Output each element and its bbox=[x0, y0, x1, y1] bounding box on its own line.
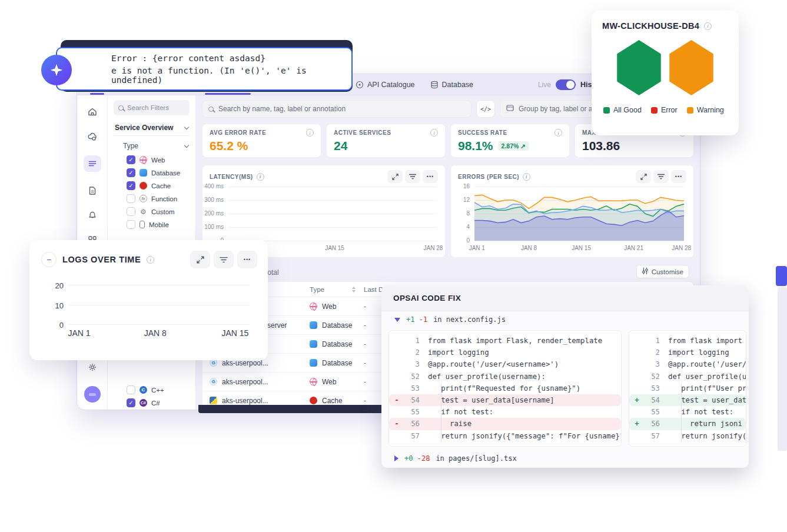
stat-card: SUCCESS RATEi98.1%2.87% ↗ bbox=[450, 124, 570, 158]
expand-icon[interactable] bbox=[190, 251, 210, 268]
live-label: Live bbox=[538, 81, 551, 89]
filters-search-input[interactable]: Search Filters bbox=[114, 100, 190, 115]
database-icon bbox=[310, 359, 317, 367]
sliders-icon bbox=[642, 268, 648, 275]
checkbox[interactable]: ✓ bbox=[127, 181, 135, 190]
filter-item-label: Web bbox=[151, 157, 165, 164]
info-icon[interactable]: i bbox=[523, 173, 530, 181]
info-icon[interactable]: i bbox=[704, 22, 712, 30]
y-axis-label: 0 bbox=[59, 321, 64, 330]
x-axis-label: JAN 28 bbox=[424, 245, 443, 251]
legend-swatch bbox=[687, 107, 693, 114]
group-type[interactable]: Type bbox=[114, 138, 190, 152]
filter-item[interactable]: Mobile bbox=[127, 219, 190, 230]
filter-item-label: Database bbox=[151, 169, 180, 177]
search-input[interactable]: Search by name, tag, label or annotation bbox=[202, 100, 471, 118]
diff-line: 3@app.route('/user/ bbox=[629, 358, 746, 370]
y-axis-label: 8 bbox=[466, 210, 470, 217]
legend-swatch bbox=[603, 107, 610, 114]
more-options-icon[interactable]: ••• bbox=[237, 251, 257, 268]
errors-title: ERRORS (PER SEC) bbox=[458, 174, 519, 180]
settings-gear-icon[interactable] bbox=[87, 361, 98, 373]
expand-icon[interactable] bbox=[387, 170, 403, 183]
checkbox[interactable] bbox=[127, 207, 135, 216]
service-type-cell: Web bbox=[310, 378, 364, 386]
indent-guide bbox=[441, 383, 441, 442]
query-code-button[interactable]: </> bbox=[476, 100, 495, 118]
filter-item[interactable]: ✓C#C# bbox=[127, 397, 190, 408]
filter-item[interactable]: ✓Database bbox=[127, 167, 190, 178]
service-type-cell: Cache bbox=[310, 397, 364, 405]
checkbox[interactable] bbox=[127, 194, 135, 203]
type-filter-list: ✓Web✓Database✓CachefxFunction⚙CustomMobi… bbox=[114, 154, 190, 230]
expand-icon[interactable] bbox=[636, 170, 651, 183]
logs-icon[interactable] bbox=[84, 155, 101, 172]
filter-item[interactable]: CC++ bbox=[127, 384, 190, 395]
hexagon-all-good[interactable] bbox=[614, 40, 665, 95]
info-icon[interactable]: i bbox=[430, 129, 438, 137]
chevron-down-icon bbox=[184, 124, 189, 129]
diff-section-header-collapsed[interactable]: +0 -28 in pages/[slug].tsx bbox=[381, 450, 749, 467]
history-toggle[interactable] bbox=[556, 79, 576, 90]
x-axis-label: JAN 1 bbox=[68, 328, 90, 338]
y-axis-label: 400 ms bbox=[204, 183, 224, 189]
logo-underline bbox=[90, 93, 104, 95]
filter-item[interactable]: ⚙Custom bbox=[127, 206, 190, 217]
group-by-icon bbox=[506, 104, 514, 114]
x-axis-label: JAN 21 bbox=[624, 245, 643, 251]
diff-line: 57 return jsonify( bbox=[629, 430, 746, 442]
collapse-triangle-icon[interactable] bbox=[394, 318, 400, 322]
tab-database[interactable]: Database bbox=[430, 81, 474, 89]
filter-icon[interactable] bbox=[214, 251, 234, 268]
info-icon[interactable]: i bbox=[257, 173, 264, 181]
diff-line: 2import logging bbox=[389, 347, 621, 358]
info-icon[interactable]: i bbox=[306, 129, 314, 137]
expand-triangle-icon[interactable] bbox=[394, 455, 399, 461]
tab-api-catalogue[interactable]: API Catalogue bbox=[356, 81, 415, 89]
hexagon-warning[interactable] bbox=[666, 40, 717, 95]
checkbox[interactable]: ✓ bbox=[127, 398, 135, 407]
info-icon[interactable]: i bbox=[554, 129, 562, 137]
document-icon[interactable] bbox=[87, 185, 98, 197]
more-options-icon[interactable]: ••• bbox=[423, 170, 438, 183]
stat-label: AVG ERROR RATE bbox=[210, 129, 266, 136]
diff-line: 52def user_profile(username): bbox=[389, 371, 621, 383]
checkbox[interactable]: ✓ bbox=[127, 168, 135, 177]
diff-line: +56 return jsoni bbox=[629, 418, 746, 430]
diff-line: 53 print(f"User pr bbox=[629, 383, 746, 394]
diff-pane-after: 1from flask import2import logging3@app.r… bbox=[629, 330, 746, 447]
section-service-overview[interactable]: Service Overview bbox=[114, 119, 190, 136]
collapse-minus-button[interactable]: − bbox=[41, 252, 57, 267]
diff-section-header[interactable]: +1 -1 in next.config.js bbox=[381, 311, 749, 328]
hex-card-title: MW-CLICKHOUSE-DB4 bbox=[602, 21, 699, 31]
checkbox[interactable] bbox=[127, 385, 135, 394]
home-icon[interactable] bbox=[87, 106, 98, 118]
error-toast[interactable]: Error : {error content asdasd} e is not … bbox=[56, 47, 353, 91]
more-options-icon[interactable]: ••• bbox=[671, 170, 686, 183]
alerts-bell-icon[interactable] bbox=[87, 210, 98, 221]
y-axis-label: 100 ms bbox=[204, 224, 224, 230]
stat-value: 24 bbox=[334, 139, 347, 153]
indent-guide bbox=[681, 383, 682, 442]
user-avatar[interactable] bbox=[84, 386, 101, 403]
filter-icon[interactable] bbox=[405, 170, 420, 183]
filter-item[interactable]: ✓Web bbox=[127, 154, 190, 165]
info-icon[interactable]: i bbox=[147, 256, 154, 264]
checkbox[interactable]: ✓ bbox=[127, 155, 135, 164]
cache-icon bbox=[140, 182, 147, 189]
sort-icon[interactable] bbox=[352, 287, 356, 292]
checkbox[interactable] bbox=[127, 220, 135, 229]
filter-item[interactable]: ✓Cache bbox=[127, 180, 190, 191]
database-icon bbox=[140, 169, 147, 177]
infrastructure-icon[interactable] bbox=[87, 131, 98, 142]
filter-item[interactable]: fxFunction bbox=[127, 193, 190, 204]
customise-button[interactable]: Customise bbox=[636, 265, 689, 278]
diff-file-name: in pages/[slug].tsx bbox=[436, 454, 516, 463]
stat-label: ACTIVE SERVICES bbox=[334, 129, 391, 136]
web-icon bbox=[140, 156, 147, 164]
language-filter-list: CC++✓C#C#✓Java bbox=[114, 384, 190, 410]
filter-icon[interactable] bbox=[653, 170, 669, 183]
database-icon bbox=[310, 340, 317, 348]
diff-line: 1from flask import bbox=[629, 335, 746, 347]
hex-legend: All GoodErrorWarning bbox=[602, 106, 728, 114]
